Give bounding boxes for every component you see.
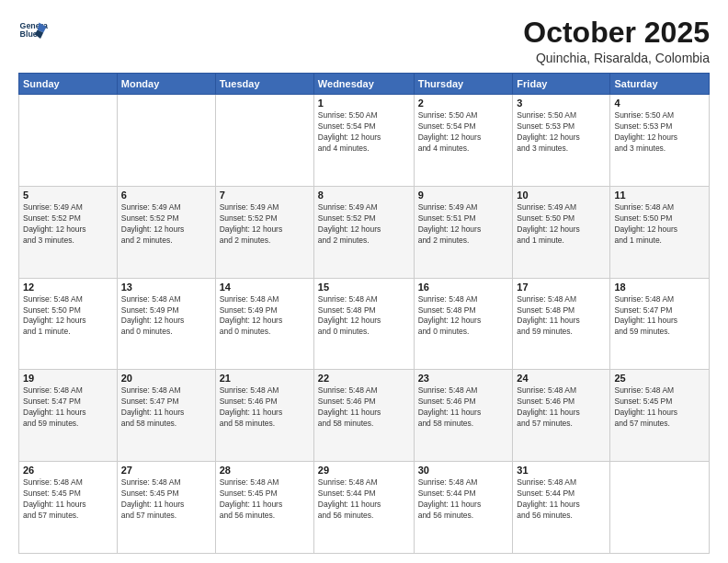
empty-cell <box>117 95 215 187</box>
day-number: 26 <box>23 465 113 476</box>
day-number: 21 <box>220 373 310 384</box>
day-cell-21: 21Sunrise: 5:48 AMSunset: 5:46 PMDayligh… <box>215 370 313 462</box>
weekday-monday: Monday <box>117 74 215 95</box>
day-cell-27: 27Sunrise: 5:48 AMSunset: 5:45 PMDayligh… <box>117 462 215 554</box>
day-number: 16 <box>418 282 509 293</box>
empty-cell <box>610 462 710 554</box>
day-info: Sunrise: 5:50 AMSunset: 5:53 PMDaylight:… <box>517 110 606 155</box>
day-cell-11: 11Sunrise: 5:48 AMSunset: 5:50 PMDayligh… <box>610 186 710 278</box>
day-number: 27 <box>121 465 211 476</box>
day-cell-26: 26Sunrise: 5:48 AMSunset: 5:45 PMDayligh… <box>19 462 118 554</box>
title-block: October 2025 Quinchia, Risaralda, Colomb… <box>523 17 710 65</box>
day-info: Sunrise: 5:48 AMSunset: 5:47 PMDaylight:… <box>23 385 113 430</box>
day-cell-4: 4Sunrise: 5:50 AMSunset: 5:53 PMDaylight… <box>610 95 710 187</box>
day-number: 31 <box>517 465 606 476</box>
day-info: Sunrise: 5:49 AMSunset: 5:52 PMDaylight:… <box>121 202 211 247</box>
weekday-saturday: Saturday <box>610 74 710 95</box>
week-row-0: 1Sunrise: 5:50 AMSunset: 5:54 PMDaylight… <box>19 95 710 187</box>
day-info: Sunrise: 5:48 AMSunset: 5:47 PMDaylight:… <box>121 385 211 430</box>
day-number: 23 <box>418 373 509 384</box>
day-info: Sunrise: 5:48 AMSunset: 5:46 PMDaylight:… <box>517 385 606 430</box>
day-cell-15: 15Sunrise: 5:48 AMSunset: 5:48 PMDayligh… <box>313 278 414 370</box>
day-cell-10: 10Sunrise: 5:49 AMSunset: 5:50 PMDayligh… <box>513 186 610 278</box>
day-cell-25: 25Sunrise: 5:48 AMSunset: 5:45 PMDayligh… <box>610 370 710 462</box>
day-number: 17 <box>517 282 606 293</box>
day-info: Sunrise: 5:50 AMSunset: 5:54 PMDaylight:… <box>318 110 410 155</box>
day-info: Sunrise: 5:49 AMSunset: 5:52 PMDaylight:… <box>23 202 113 247</box>
day-number: 15 <box>318 282 410 293</box>
day-number: 1 <box>318 98 410 109</box>
day-number: 29 <box>318 465 410 476</box>
day-number: 2 <box>418 98 509 109</box>
day-info: Sunrise: 5:48 AMSunset: 5:46 PMDaylight:… <box>318 385 410 430</box>
header: General Blue October 2025 Quinchia, Risa… <box>18 17 710 65</box>
day-cell-19: 19Sunrise: 5:48 AMSunset: 5:47 PMDayligh… <box>19 370 118 462</box>
day-number: 7 <box>220 190 310 201</box>
day-cell-13: 13Sunrise: 5:48 AMSunset: 5:49 PMDayligh… <box>117 278 215 370</box>
day-info: Sunrise: 5:50 AMSunset: 5:54 PMDaylight:… <box>418 110 509 155</box>
day-info: Sunrise: 5:48 AMSunset: 5:45 PMDaylight:… <box>614 385 705 430</box>
calendar-title: October 2025 <box>523 17 710 49</box>
day-number: 12 <box>23 282 113 293</box>
day-info: Sunrise: 5:50 AMSunset: 5:53 PMDaylight:… <box>614 110 705 155</box>
day-info: Sunrise: 5:48 AMSunset: 5:47 PMDaylight:… <box>614 294 705 339</box>
day-number: 18 <box>614 282 705 293</box>
day-number: 9 <box>418 190 509 201</box>
day-number: 22 <box>318 373 410 384</box>
day-info: Sunrise: 5:49 AMSunset: 5:50 PMDaylight:… <box>517 202 606 247</box>
day-number: 13 <box>121 282 211 293</box>
day-number: 4 <box>614 98 705 109</box>
day-cell-1: 1Sunrise: 5:50 AMSunset: 5:54 PMDaylight… <box>313 95 414 187</box>
day-number: 19 <box>23 373 113 384</box>
weekday-tuesday: Tuesday <box>215 74 313 95</box>
day-cell-30: 30Sunrise: 5:48 AMSunset: 5:44 PMDayligh… <box>414 462 513 554</box>
day-number: 3 <box>517 98 606 109</box>
day-info: Sunrise: 5:48 AMSunset: 5:49 PMDaylight:… <box>121 294 211 339</box>
logo: General Blue <box>18 17 48 46</box>
day-cell-14: 14Sunrise: 5:48 AMSunset: 5:49 PMDayligh… <box>215 278 313 370</box>
logo-icon: General Blue <box>18 17 48 46</box>
day-number: 5 <box>23 190 113 201</box>
week-row-4: 26Sunrise: 5:48 AMSunset: 5:45 PMDayligh… <box>19 462 710 554</box>
day-number: 6 <box>121 190 211 201</box>
day-cell-22: 22Sunrise: 5:48 AMSunset: 5:46 PMDayligh… <box>313 370 414 462</box>
day-cell-23: 23Sunrise: 5:48 AMSunset: 5:46 PMDayligh… <box>414 370 513 462</box>
day-number: 24 <box>517 373 606 384</box>
day-number: 28 <box>220 465 310 476</box>
day-number: 10 <box>517 190 606 201</box>
weekday-sunday: Sunday <box>19 74 118 95</box>
day-cell-12: 12Sunrise: 5:48 AMSunset: 5:50 PMDayligh… <box>19 278 118 370</box>
day-number: 25 <box>614 373 705 384</box>
empty-cell <box>215 95 313 187</box>
day-cell-9: 9Sunrise: 5:49 AMSunset: 5:51 PMDaylight… <box>414 186 513 278</box>
day-cell-18: 18Sunrise: 5:48 AMSunset: 5:47 PMDayligh… <box>610 278 710 370</box>
day-number: 8 <box>318 190 410 201</box>
day-info: Sunrise: 5:48 AMSunset: 5:45 PMDaylight:… <box>121 477 211 522</box>
calendar-page: General Blue October 2025 Quinchia, Risa… <box>0 0 728 563</box>
day-info: Sunrise: 5:48 AMSunset: 5:49 PMDaylight:… <box>220 294 310 339</box>
day-number: 30 <box>418 465 509 476</box>
weekday-friday: Friday <box>513 74 610 95</box>
day-cell-31: 31Sunrise: 5:48 AMSunset: 5:44 PMDayligh… <box>513 462 610 554</box>
day-info: Sunrise: 5:49 AMSunset: 5:52 PMDaylight:… <box>220 202 310 247</box>
day-cell-17: 17Sunrise: 5:48 AMSunset: 5:48 PMDayligh… <box>513 278 610 370</box>
day-cell-2: 2Sunrise: 5:50 AMSunset: 5:54 PMDaylight… <box>414 95 513 187</box>
day-cell-29: 29Sunrise: 5:48 AMSunset: 5:44 PMDayligh… <box>313 462 414 554</box>
day-cell-3: 3Sunrise: 5:50 AMSunset: 5:53 PMDaylight… <box>513 95 610 187</box>
day-info: Sunrise: 5:48 AMSunset: 5:48 PMDaylight:… <box>418 294 509 339</box>
day-number: 20 <box>121 373 211 384</box>
calendar-subtitle: Quinchia, Risaralda, Colombia <box>523 51 710 65</box>
calendar-table: SundayMondayTuesdayWednesdayThursdayFrid… <box>18 73 710 554</box>
day-cell-16: 16Sunrise: 5:48 AMSunset: 5:48 PMDayligh… <box>414 278 513 370</box>
day-info: Sunrise: 5:48 AMSunset: 5:46 PMDaylight:… <box>220 385 310 430</box>
day-cell-7: 7Sunrise: 5:49 AMSunset: 5:52 PMDaylight… <box>215 186 313 278</box>
weekday-wednesday: Wednesday <box>313 74 414 95</box>
day-cell-20: 20Sunrise: 5:48 AMSunset: 5:47 PMDayligh… <box>117 370 215 462</box>
empty-cell <box>19 95 118 187</box>
day-info: Sunrise: 5:48 AMSunset: 5:45 PMDaylight:… <box>220 477 310 522</box>
day-cell-5: 5Sunrise: 5:49 AMSunset: 5:52 PMDaylight… <box>19 186 118 278</box>
weekday-thursday: Thursday <box>414 74 513 95</box>
day-info: Sunrise: 5:49 AMSunset: 5:51 PMDaylight:… <box>418 202 509 247</box>
day-info: Sunrise: 5:48 AMSunset: 5:46 PMDaylight:… <box>418 385 509 430</box>
day-info: Sunrise: 5:48 AMSunset: 5:44 PMDaylight:… <box>418 477 509 522</box>
